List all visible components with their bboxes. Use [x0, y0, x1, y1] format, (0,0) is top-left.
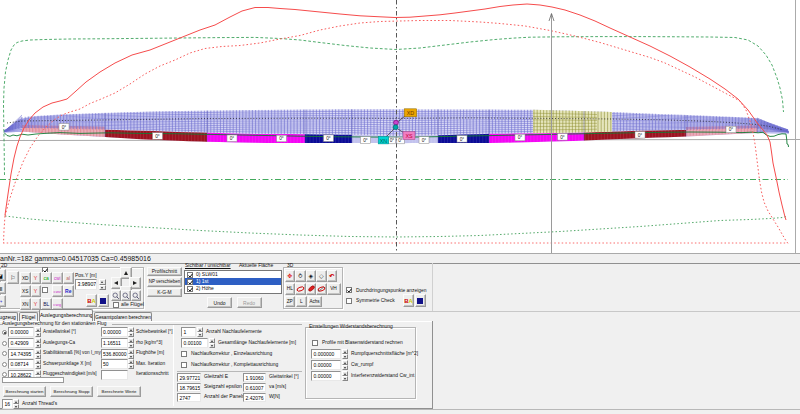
- svg-text:0°: 0°: [279, 136, 284, 141]
- svg-text:0°: 0°: [560, 135, 565, 140]
- svg-text:XN: XN: [380, 138, 388, 144]
- svg-text:0°: 0°: [460, 137, 465, 142]
- svg-text:0°: 0°: [230, 136, 235, 141]
- svg-text:0°: 0°: [518, 135, 523, 140]
- svg-text:0°: 0°: [398, 138, 403, 143]
- svg-text:0°: 0°: [363, 138, 368, 143]
- svg-text:0°: 0°: [62, 125, 67, 130]
- svg-text:0°: 0°: [422, 138, 427, 143]
- svg-text:0°: 0°: [155, 134, 160, 139]
- svg-text:0°: 0°: [326, 136, 331, 141]
- svg-text:XS: XS: [405, 133, 413, 139]
- svg-text:0°: 0°: [638, 133, 643, 138]
- svg-text:XD: XD: [407, 110, 415, 116]
- svg-text:0°: 0°: [390, 138, 395, 143]
- svg-text:0°: 0°: [729, 127, 734, 132]
